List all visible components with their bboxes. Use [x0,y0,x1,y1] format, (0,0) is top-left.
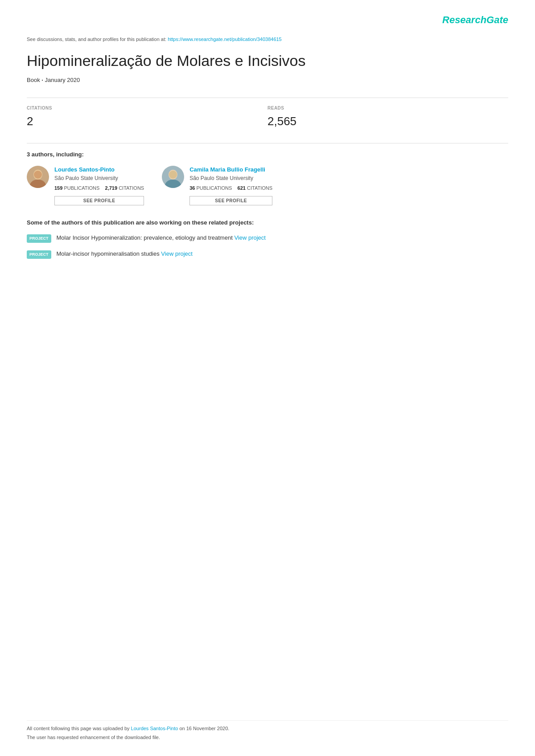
publication-date: January 2020 [45,77,80,83]
authors-section: 3 authors, including: Lourdes Santos-Pin… [27,151,508,206]
authors-divider [27,143,508,143]
author-name-2[interactable]: Camila Maria Bullio Fragelli [189,166,272,174]
stats-row: Citations 2 Reads 2,565 [27,105,508,129]
citations-value: 2 [27,113,268,129]
reads-label: Reads [268,105,508,111]
author-name-1[interactable]: Lourdes Santos-Pinto [54,166,144,174]
project-badge-1: Project [27,234,51,243]
author-publications-value-1: 159 [54,185,62,191]
svg-point-7 [169,171,177,179]
project-item-1: Project Molar Incisor Hypomineralization… [27,234,508,243]
header: ResearchGate [27,13,508,27]
citations-label: Citations [27,105,268,111]
author-citations-value-2: 621 [238,185,246,191]
footer-line-2: The user has requested enhancement of th… [27,734,508,741]
project-text-1: Molar Incisor Hypomineralization: preval… [57,234,266,242]
see-profile-button-1[interactable]: SEE PROFILE [54,196,144,205]
project-badge-2: Project [27,250,51,259]
see-profile-button-2[interactable]: SEE PROFILE [189,196,272,205]
author-info-2: Camila Maria Bullio Fragelli São Paulo S… [189,166,272,205]
project-view-link-2[interactable]: View project [161,250,193,257]
footer-uploader-link[interactable]: Lourdes Santos-Pinto [131,726,178,731]
footer-prefix: All content following this page was uplo… [27,726,131,731]
publication-title: Hipomineralização de Molares e Incisivos [27,52,508,70]
see-discussions-bar: See discussions, stats, and author profi… [27,36,508,43]
stats-divider [27,98,508,98]
authors-heading: 3 authors, including: [27,151,508,159]
reads-value: 2,565 [268,113,508,129]
svg-point-3 [34,171,42,179]
author-card-1: Lourdes Santos-Pinto São Paulo State Uni… [27,166,144,205]
footer-line-1: All content following this page was uplo… [27,725,508,732]
publication-url[interactable]: https://www.researchgate.net/publication… [168,37,282,42]
page: ResearchGate See discussions, stats, and… [0,0,535,756]
related-projects-heading: Some of the authors of this publication … [27,219,508,227]
author-card-2: Camila Maria Bullio Fragelli São Paulo S… [162,166,272,205]
author-avatar-1 [27,166,49,188]
author-stats-1: 159 PUBLICATIONS 2,719 CITATIONS [54,185,144,192]
project-view-link-1[interactable]: View project [234,234,266,241]
authors-grid: Lourdes Santos-Pinto São Paulo State Uni… [27,166,508,205]
author-publications-value-2: 36 [189,185,195,191]
project-text-2: Molar-incisor hypomineralisation studies… [57,250,193,258]
project-item-2: Project Molar-incisor hypomineralisation… [27,250,508,259]
author-university-2: São Paulo State University [189,175,272,182]
author-avatar-2 [162,166,184,188]
author-university-1: São Paulo State University [54,175,144,182]
publication-type: Book [27,77,40,83]
author-stats-2: 36 PUBLICATIONS 621 CITATIONS [189,185,272,192]
citations-block: Citations 2 [27,105,268,129]
related-projects-section: Some of the authors of this publication … [27,219,508,258]
researchgate-logo: ResearchGate [442,13,508,27]
see-discussions-text: See discussions, stats, and author profi… [27,37,168,42]
project-description-1: Molar Incisor Hypomineralization: preval… [57,234,235,241]
author-info-1: Lourdes Santos-Pinto São Paulo State Uni… [54,166,144,205]
project-description-2: Molar-incisor hypomineralisation studies [57,250,161,257]
book-date: Book · January 2020 [27,76,508,84]
author-citations-value-1: 2,719 [105,185,118,191]
reads-block: Reads 2,565 [268,105,508,129]
footer: All content following this page was uplo… [27,720,508,743]
footer-suffix: on 16 November 2020. [178,726,229,731]
